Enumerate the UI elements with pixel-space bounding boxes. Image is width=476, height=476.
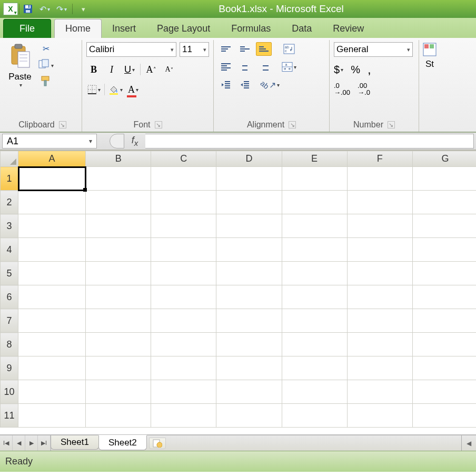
cell-F6[interactable]: [347, 285, 412, 309]
cell-E4[interactable]: [282, 238, 347, 262]
align-right-button[interactable]: [256, 60, 272, 74]
cell-E11[interactable]: [282, 404, 347, 428]
format-painter-button[interactable]: [38, 76, 54, 88]
cell-F8[interactable]: [347, 333, 412, 356]
cell-E8[interactable]: [282, 333, 347, 356]
cell-C9[interactable]: [151, 356, 216, 380]
font-size-combo[interactable]: 11▾: [180, 42, 209, 57]
wrap-text-button[interactable]: abc: [281, 42, 297, 56]
cell-A11[interactable]: [18, 404, 86, 428]
merge-center-button[interactable]: a▾: [281, 60, 297, 74]
cell-A4[interactable]: [18, 238, 86, 262]
cell-A6[interactable]: [18, 285, 86, 309]
cell-E2[interactable]: [282, 191, 347, 214]
cell-D5[interactable]: [216, 262, 282, 285]
cell-A5[interactable]: [18, 262, 86, 285]
cell-C7[interactable]: [151, 309, 216, 333]
col-header-C[interactable]: C: [151, 151, 216, 167]
cell-G5[interactable]: [412, 262, 476, 285]
grow-font-button[interactable]: A˄: [144, 62, 158, 77]
cell-F7[interactable]: [347, 309, 412, 333]
cell-A7[interactable]: [18, 309, 86, 333]
undo-icon[interactable]: ↶▾: [38, 3, 51, 15]
align-middle-button[interactable]: [237, 42, 253, 56]
align-center-button[interactable]: [237, 60, 253, 74]
row-header-4[interactable]: 4: [1, 238, 18, 262]
bold-button[interactable]: B: [86, 62, 101, 77]
col-header-A[interactable]: A: [18, 151, 86, 167]
cell-C10[interactable]: [151, 380, 216, 404]
row-header-2[interactable]: 2: [1, 191, 18, 214]
cell-B2[interactable]: [86, 191, 151, 214]
cell-D7[interactable]: [216, 309, 282, 333]
increase-decimal-button[interactable]: .0→.00: [334, 82, 350, 96]
row-header-1[interactable]: 1: [1, 167, 18, 191]
cell-D11[interactable]: [216, 404, 282, 428]
redo-icon[interactable]: ↷▾: [55, 3, 68, 15]
cell-B5[interactable]: [86, 262, 151, 285]
font-color-button[interactable]: A▾: [126, 82, 141, 97]
cell-G10[interactable]: [412, 380, 476, 404]
cell-G9[interactable]: [412, 356, 476, 380]
align-left-button[interactable]: [218, 60, 234, 74]
tab-data[interactable]: Data: [281, 19, 322, 38]
cell-F2[interactable]: [347, 191, 412, 214]
row-header-5[interactable]: 5: [1, 262, 18, 285]
cell-D3[interactable]: [216, 214, 282, 238]
cell-C11[interactable]: [151, 404, 216, 428]
italic-button[interactable]: I: [104, 62, 119, 77]
cell-F9[interactable]: [347, 356, 412, 380]
orientation-button[interactable]: ab↗▾: [262, 78, 278, 92]
cell-D4[interactable]: [216, 238, 282, 262]
tab-home[interactable]: Home: [54, 19, 102, 38]
cell-D9[interactable]: [216, 356, 282, 380]
cell-E3[interactable]: [282, 214, 347, 238]
row-header-6[interactable]: 6: [1, 285, 18, 309]
cell-C6[interactable]: [151, 285, 216, 309]
decrease-decimal-button[interactable]: .00→.0: [358, 82, 370, 96]
row-header-9[interactable]: 9: [1, 356, 18, 380]
cell-A2[interactable]: [18, 191, 86, 214]
cell-E6[interactable]: [282, 285, 347, 309]
col-header-B[interactable]: B: [86, 151, 151, 167]
cell-C3[interactable]: [151, 214, 216, 238]
cell-F11[interactable]: [347, 404, 412, 428]
customize-qat-icon[interactable]: ▾: [77, 3, 90, 15]
hscroll-left-button[interactable]: ◀: [461, 435, 476, 451]
copy-button[interactable]: ▾: [38, 59, 54, 72]
sheet-tab-sheet2[interactable]: Sheet2: [98, 435, 147, 450]
font-name-combo[interactable]: Calibri▾: [86, 42, 176, 57]
align-top-button[interactable]: [218, 42, 234, 56]
cell-F10[interactable]: [347, 380, 412, 404]
cell-B9[interactable]: [86, 356, 151, 380]
save-icon[interactable]: [22, 3, 34, 15]
cell-G1[interactable]: [412, 167, 476, 191]
borders-button[interactable]: ▾: [86, 82, 101, 97]
underline-button[interactable]: U▾: [122, 62, 137, 77]
accounting-format-button[interactable]: $▾: [334, 64, 343, 76]
cell-F5[interactable]: [347, 262, 412, 285]
cell-D1[interactable]: [216, 167, 282, 191]
row-header-11[interactable]: 11: [1, 404, 18, 428]
conditional-formatting-icon[interactable]: [422, 42, 437, 57]
cell-B8[interactable]: [86, 333, 151, 356]
tab-page-layout[interactable]: Page Layout: [146, 19, 221, 38]
cell-A3[interactable]: [18, 214, 86, 238]
cell-C4[interactable]: [151, 238, 216, 262]
row-header-3[interactable]: 3: [1, 214, 18, 238]
cell-B11[interactable]: [86, 404, 151, 428]
align-bottom-button[interactable]: [256, 42, 272, 56]
paste-button[interactable]: Paste ▾: [7, 42, 33, 88]
cell-G2[interactable]: [412, 191, 476, 214]
cell-B3[interactable]: [86, 214, 151, 238]
comma-format-button[interactable]: ,: [368, 62, 371, 77]
cell-G4[interactable]: [412, 238, 476, 262]
cell-A1[interactable]: [18, 167, 86, 191]
next-sheet-button[interactable]: ▶: [25, 435, 38, 451]
cell-B1[interactable]: [86, 167, 151, 191]
clipboard-launcher-icon[interactable]: ↘: [59, 121, 66, 128]
first-sheet-button[interactable]: I◀: [0, 435, 13, 451]
cell-D2[interactable]: [216, 191, 282, 214]
row-header-8[interactable]: 8: [1, 333, 18, 356]
col-header-G[interactable]: G: [412, 151, 476, 167]
